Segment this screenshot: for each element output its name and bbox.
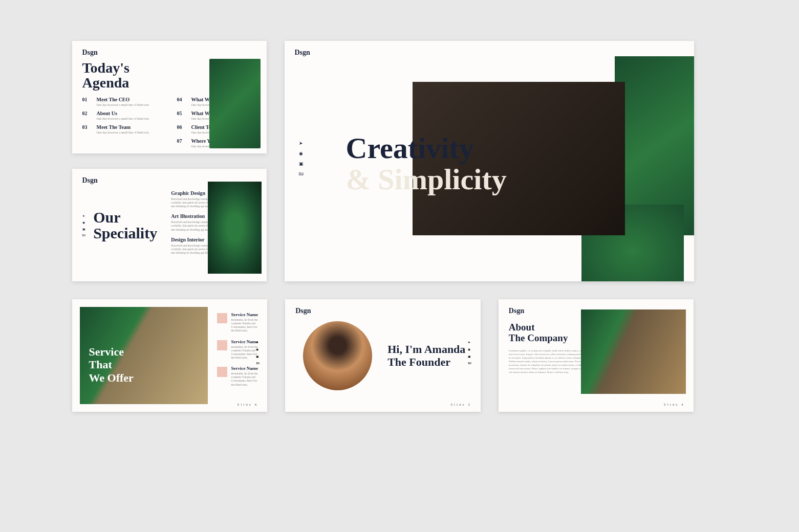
agenda-item: 02About UsOne day however a small line o… xyxy=(82,110,162,120)
founder-photo xyxy=(303,321,372,390)
agenda-item: 03Meet The TeamOne day however a small l… xyxy=(82,124,162,134)
behance-icon: Bē xyxy=(82,234,86,237)
slide-hero: Dsgn ➤ ◉ ▣ Bē Creativity & Simplicity xyxy=(285,41,694,281)
plant-image xyxy=(209,59,261,148)
slide-number: Slide 3 xyxy=(450,403,471,407)
service-item: Service Namemountains, far from the coun… xyxy=(217,339,260,360)
social-icons: ➤ ◉ ▣ Bē xyxy=(299,141,304,176)
speciality-title: Our Speciality xyxy=(93,209,165,241)
slide-speciality: Dsgn ➤ ◉ ▣ Bē Our Speciality Graphic Des… xyxy=(72,169,267,281)
youtube-icon: ▣ xyxy=(256,354,260,358)
social-icons: ➤ ◉ ▣ Bē xyxy=(82,214,86,237)
behance-icon: Bē xyxy=(468,362,471,365)
instagram-icon: ◉ xyxy=(256,347,260,351)
behance-icon: Bē xyxy=(256,362,260,365)
instagram-icon: ◉ xyxy=(299,151,304,156)
slide-agenda: Dsgn Today's Agenda 01Meet The CEOOne da… xyxy=(72,41,267,153)
brand-label: Dsgn xyxy=(82,49,98,57)
behance-icon: Bē xyxy=(299,171,304,176)
social-icons: ➤ ◉ ▣ Bē xyxy=(256,340,260,365)
cart-icon xyxy=(217,340,227,350)
youtube-icon: ▣ xyxy=(82,227,86,231)
agenda-item: 01Meet The CEOOne day however a small li… xyxy=(82,97,162,106)
service-photo: ServiceThatWe Offer xyxy=(80,307,208,404)
about-title: AboutThe Company xyxy=(509,322,591,344)
slide-about: Dsgn AboutThe Company Curabitur sagittis… xyxy=(499,299,694,412)
slide-number: Slide 6 xyxy=(237,403,258,407)
twitter-icon: ➤ xyxy=(82,214,86,217)
monstera-image xyxy=(208,182,262,274)
hero-title: Creativity & Simplicity xyxy=(346,133,507,195)
social-icons: ➤ ◉ ▣ Bē xyxy=(468,340,471,365)
company-photo xyxy=(581,309,686,394)
instagram-icon: ◉ xyxy=(468,347,471,351)
brand-label: Dsgn xyxy=(295,49,310,57)
diamond-icon xyxy=(217,367,227,377)
twitter-icon: ➤ xyxy=(299,141,304,146)
founder-title: Hi, I'm AmandaThe Founder xyxy=(387,343,465,369)
brand-label: Dsgn xyxy=(82,176,98,185)
instagram-icon: ◉ xyxy=(82,220,86,224)
brand-label: Dsgn xyxy=(509,307,524,315)
youtube-icon: ▣ xyxy=(299,161,304,166)
service-item: Service Namemountains, far from the coun… xyxy=(217,312,260,333)
youtube-icon: ▣ xyxy=(468,354,471,358)
brand-label: Dsgn xyxy=(295,307,311,315)
about-text: Curabitur sagittis, ex eu placerat fring… xyxy=(509,349,591,374)
gift-icon xyxy=(217,313,227,323)
slide-number: Slide 4 xyxy=(664,403,685,407)
twitter-icon: ➤ xyxy=(256,340,260,344)
twitter-icon: ➤ xyxy=(468,340,471,344)
service-item: Service Namemountains, far from the coun… xyxy=(217,366,260,387)
slide-service: Dsgn ServiceThatWe Offer Service Namemou… xyxy=(72,299,268,412)
slide-founder: Dsgn Hi, I'm AmandaThe Founder ➤ ◉ ▣ Bē … xyxy=(285,299,481,412)
service-title: ServiceThatWe Offer xyxy=(89,345,134,384)
